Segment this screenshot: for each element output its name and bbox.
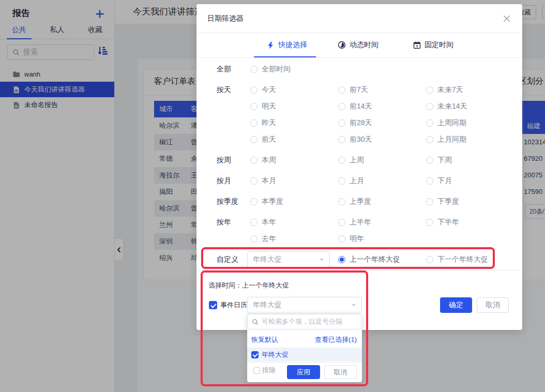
tab-fixed-time[interactable]: 固定时间: [413, 33, 453, 57]
custom-event-select[interactable]: 年终大促: [247, 251, 330, 268]
radio-icon: [426, 157, 433, 164]
dropdown-option[interactable]: 年终大促: [247, 348, 362, 361]
radio-icon: [338, 136, 345, 143]
dropdown-search-input[interactable]: 可检索多个项，以逗号分隔: [247, 314, 361, 329]
radio-icon: [426, 219, 433, 226]
group-by-year: 按年 本年 上半年 下半年 去年 明年: [196, 214, 522, 247]
radio-icon: [426, 86, 433, 94]
radio-option[interactable]: 前14天: [338, 102, 426, 111]
event-calendar-checkbox[interactable]: [209, 301, 217, 309]
radio-icon: [250, 177, 258, 185]
radio-option[interactable]: 上周同期: [426, 118, 514, 128]
date-filter-modal: 日期筛选器 快捷选择 动态时间 固定时间 全部: [196, 4, 522, 330]
radio-option[interactable]: 上季度: [338, 197, 426, 206]
radio-option[interactable]: 前7天: [338, 85, 426, 95]
radio-icon: [250, 103, 258, 110]
group-custom: 自定义 年终大促 上一个年终大促 下一个年终大促: [196, 251, 522, 268]
dropdown-cancel-button[interactable]: 取消: [324, 365, 357, 379]
radio-icon: [338, 177, 345, 185]
radio-icon: [250, 86, 258, 94]
option-checkbox-checked[interactable]: [251, 351, 259, 358]
radio-icon: [426, 119, 433, 127]
dynamic-clock-icon: [338, 41, 346, 49]
tab-dynamic-time[interactable]: 动态时间: [338, 33, 379, 57]
active-tab-underline: [254, 56, 316, 57]
view-selected-link[interactable]: 查看已选择(1): [315, 335, 357, 344]
radio-icon: [426, 198, 433, 205]
event-calendar-select[interactable]: 年终大促: [247, 297, 362, 313]
radio-option[interactable]: 下周: [426, 156, 514, 165]
radio-icon: [338, 86, 345, 94]
radio-option[interactable]: 本季度: [250, 197, 338, 206]
calendar-icon: [413, 41, 421, 49]
radio-option[interactable]: 今天: [250, 85, 338, 95]
radio-icon: [250, 119, 258, 127]
radio-option[interactable]: 全部时间: [250, 65, 338, 74]
radio-icon: [426, 256, 433, 263]
radio-icon: [426, 136, 433, 143]
event-select-dropdown: 可检索多个项，以逗号分隔 恢复默认 查看已选择(1) 年终大促 排除 应用 取消: [247, 313, 362, 382]
radio-option[interactable]: 去年: [250, 234, 338, 244]
radio-option[interactable]: 前30天: [338, 135, 426, 144]
exclude-checkbox[interactable]: 排除: [253, 366, 276, 375]
lightning-icon: [267, 41, 275, 49]
cancel-button[interactable]: 取消: [477, 297, 509, 313]
radio-icon: [250, 157, 258, 164]
close-icon[interactable]: [502, 13, 512, 24]
radio-option[interactable]: 下半年: [426, 218, 514, 227]
radio-icon: [338, 198, 345, 205]
group-all: 全部 全部时间: [196, 61, 522, 78]
radio-icon: [426, 103, 433, 110]
radio-icon: [250, 198, 258, 205]
radio-icon: [338, 219, 345, 226]
radio-icon: [338, 119, 345, 127]
radio-icon: [426, 177, 433, 185]
ok-button[interactable]: 确定: [440, 297, 472, 313]
radio-option[interactable]: 前天: [250, 135, 338, 144]
group-by-quarter: 按季度 本季度 上季度 下季度: [196, 193, 522, 210]
apply-button[interactable]: 应用: [287, 365, 320, 379]
radio-checked-icon: [338, 256, 345, 263]
selected-time-text: 选择时间：上一个年终大促: [208, 281, 289, 290]
tab-quick-select[interactable]: 快捷选择: [267, 33, 307, 57]
radio-option[interactable]: 本月: [250, 176, 338, 186]
radio-option[interactable]: 未来7天: [426, 85, 514, 95]
radio-icon: [250, 136, 258, 143]
radio-option[interactable]: 下季度: [426, 197, 514, 206]
group-by-week: 按周 本周 上周 下周: [196, 152, 522, 169]
radio-icon: [338, 103, 345, 110]
radio-option-next-event[interactable]: 下一个年终大促: [426, 255, 514, 264]
dropdown-search-placeholder: 可检索多个项，以逗号分隔: [262, 317, 342, 326]
event-calendar-label: 事件日历: [220, 300, 247, 310]
radio-option[interactable]: 上周: [338, 156, 426, 165]
radio-option[interactable]: 上月: [338, 176, 426, 186]
radio-option[interactable]: 本周: [250, 156, 338, 165]
radio-option[interactable]: 明天: [250, 102, 338, 111]
group-by-day: 按天 今天 前7天 未来7天 明天 前14天 未来14天 昨天 前28天 上周同…: [196, 82, 522, 148]
radio-option[interactable]: 上半年: [338, 218, 426, 227]
radio-icon: [250, 66, 258, 73]
modal-title: 日期筛选器: [207, 14, 244, 23]
radio-icon: [250, 219, 258, 226]
modal-tabs: 快捷选择 动态时间 固定时间: [196, 33, 522, 58]
radio-option[interactable]: 上月同期: [426, 135, 514, 144]
radio-option[interactable]: 本年: [250, 218, 338, 227]
radio-option[interactable]: 明年: [338, 234, 426, 244]
search-icon: [252, 319, 259, 325]
radio-option[interactable]: 未来14天: [426, 102, 514, 111]
radio-option[interactable]: 下月: [426, 176, 514, 186]
radio-option[interactable]: 昨天: [250, 118, 338, 128]
radio-icon: [338, 157, 345, 164]
radio-icon: [338, 235, 345, 243]
radio-icon: [250, 235, 258, 243]
checkbox-unchecked-icon: [253, 367, 260, 374]
radio-option[interactable]: 前28天: [338, 118, 426, 128]
caret-down-icon: [351, 303, 356, 308]
radio-option-prev-event[interactable]: 上一个年终大促: [338, 255, 426, 264]
caret-down-icon: [319, 257, 324, 262]
group-by-month: 按月 本月 上月 下月: [196, 173, 522, 189]
reset-default-link[interactable]: 恢复默认: [251, 335, 278, 344]
